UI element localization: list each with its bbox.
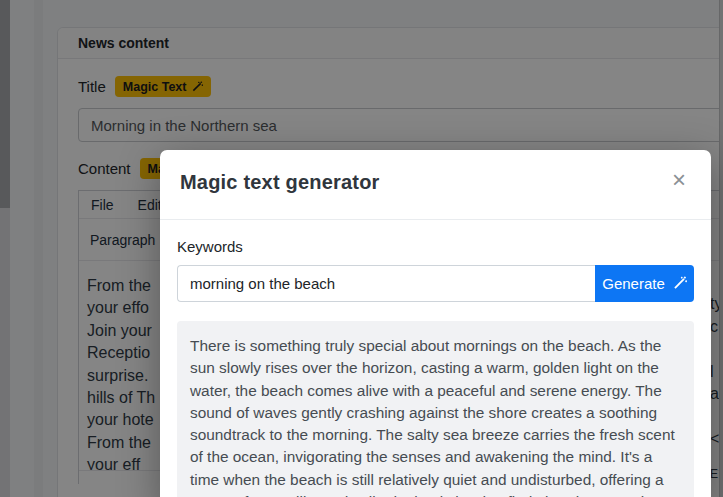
generated-text: There is something truly special about m… (190, 335, 681, 497)
generated-text-box: There is something truly special about m… (177, 321, 694, 497)
generate-button[interactable]: Generate (595, 265, 694, 302)
modal-header: Magic text generator × (160, 150, 711, 220)
keywords-input-group: Generate (177, 265, 694, 302)
magic-text-generator-modal: Magic text generator × Keywords Generate (160, 150, 711, 497)
modal-title: Magic text generator (180, 171, 691, 194)
modal-body: Keywords Generate There is something tru… (160, 220, 711, 497)
app-screen: News content Title Magic Text Content (0, 0, 723, 497)
keywords-input[interactable] (177, 265, 595, 302)
magic-wand-icon (672, 276, 687, 291)
keywords-label: Keywords (177, 238, 694, 255)
generate-label: Generate (602, 275, 665, 292)
close-icon[interactable]: × (663, 164, 695, 196)
